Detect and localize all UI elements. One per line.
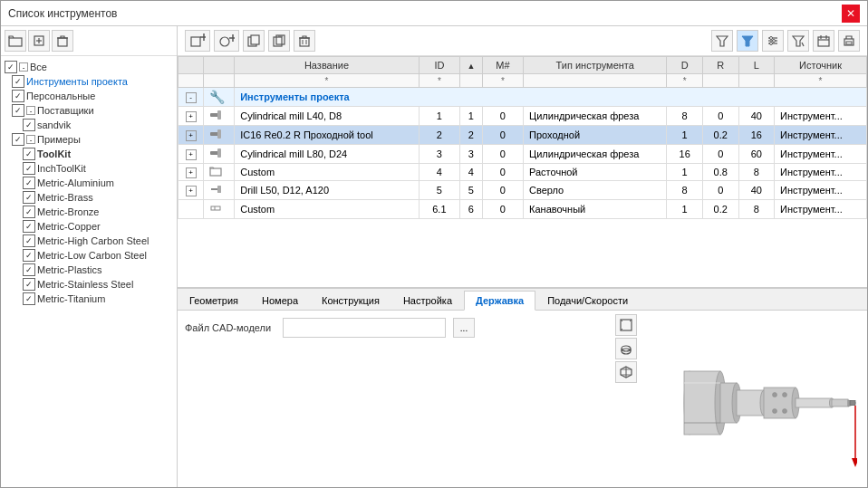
tree-item-examples[interactable]: - Примеры — [5, 132, 173, 147]
view3d-btn1[interactable] — [615, 314, 637, 336]
tree-item-suppliers[interactable]: - Поставщики — [5, 103, 173, 118]
view3d-btn3[interactable] — [615, 361, 637, 383]
group-header-row[interactable]: - 🔧 Инструменты проекта — [178, 88, 867, 107]
col-mnum[interactable]: M# — [482, 57, 523, 74]
checkbox-personal[interactable] — [12, 90, 24, 102]
tree-item-personal[interactable]: Персональные — [5, 89, 173, 103]
checkbox-project-tools[interactable] — [12, 75, 24, 88]
table-row[interactable]: + Drill L50, D12, A120 5 5 0 Сверло 8 0 … — [178, 181, 867, 200]
col-r[interactable]: R — [702, 57, 738, 74]
filter2-button[interactable] — [737, 30, 758, 52]
row3-expand[interactable]: + — [178, 145, 204, 164]
delete-tool-button[interactable] — [294, 30, 315, 52]
filter-mnum-input[interactable] — [487, 76, 519, 86]
checkbox-metric-low-carbon[interactable] — [23, 249, 35, 262]
checkbox-metric-stainless[interactable] — [23, 278, 35, 291]
tree-item-sandvik[interactable]: sandvik — [5, 118, 173, 132]
expand-examples[interactable]: - — [26, 135, 35, 144]
col-name[interactable]: Название — [235, 57, 420, 74]
expand-suppliers[interactable]: - — [26, 106, 35, 115]
export-button[interactable] — [813, 30, 834, 52]
table-row[interactable]: Custom 6.1 6 0 Канавочный 1 0.2 8 Инстру… — [178, 200, 867, 219]
row5-expand-btn[interactable]: + — [186, 186, 197, 196]
row2-expand-btn[interactable]: + — [186, 130, 197, 141]
col-id[interactable]: ID — [419, 57, 459, 74]
row1-expand-btn[interactable]: + — [186, 111, 197, 122]
tree-item-metric-brass[interactable]: Metric-Brass — [5, 190, 173, 205]
row2-expand[interactable]: + — [178, 126, 204, 145]
filter3-button[interactable] — [787, 30, 809, 52]
print-button[interactable] — [838, 30, 860, 52]
filter-d-input[interactable] — [670, 76, 699, 86]
checkbox-metric-brass[interactable] — [23, 191, 35, 204]
filter-d[interactable] — [667, 74, 703, 88]
table-row-selected[interactable]: + IC16 Re0.2 R Проходной tool 2 2 0 Прох… — [178, 126, 867, 145]
folder-open-button[interactable] — [5, 30, 26, 52]
filter-name[interactable] — [235, 74, 420, 88]
view3d-btn2[interactable] — [615, 338, 637, 359]
tab-settings[interactable]: Настройка — [391, 291, 464, 310]
filter-source[interactable] — [775, 74, 867, 88]
row3-expand-btn[interactable]: + — [186, 149, 197, 160]
table-row[interactable]: + Cylindrical mill L80, D24 3 3 0 Цилинд… — [178, 145, 867, 164]
col-l[interactable]: L — [738, 57, 775, 74]
col-sort[interactable]: ▲ — [460, 57, 483, 74]
add-holder-button[interactable] — [214, 30, 239, 52]
expand-all[interactable]: - — [19, 62, 28, 72]
close-button[interactable]: ✕ — [842, 5, 860, 23]
checkbox-toolkit[interactable] — [23, 148, 35, 160]
row5-expand[interactable]: + — [178, 181, 204, 200]
tab-numbers[interactable]: Номера — [250, 291, 310, 310]
cad-model-input[interactable] — [283, 318, 446, 338]
tree-item-metric-copper[interactable]: Metric-Copper — [5, 219, 173, 234]
table-row[interactable]: + Custom 4 4 0 Расточной 1 0.8 8 — [178, 164, 867, 181]
tree-item-metric-aluminium[interactable]: Metric-Aluminium — [5, 176, 173, 190]
checkbox-inchtoolkit[interactable] — [23, 162, 35, 175]
tab-holder[interactable]: Державка — [464, 291, 535, 311]
row1-expand[interactable]: + — [178, 107, 204, 126]
col-d[interactable]: D — [667, 57, 703, 74]
tab-feeds[interactable]: Подачи/Скорости — [535, 291, 640, 310]
paste-button[interactable] — [268, 30, 290, 52]
filter-mnum[interactable] — [482, 74, 523, 88]
filter-id[interactable] — [419, 74, 459, 88]
add-tool-button[interactable] — [185, 30, 210, 52]
filter1-button[interactable] — [711, 30, 733, 52]
filter-source-input[interactable] — [778, 76, 863, 86]
group-expand-button[interactable]: - — [186, 92, 197, 103]
group-expand-cell[interactable]: - — [178, 88, 204, 107]
tree-item-metric-plastics[interactable]: Metric-Plastics — [5, 263, 173, 277]
checkbox-metric-aluminium[interactable] — [23, 177, 35, 189]
tree-item-metric-stainless[interactable]: Metric-Stainless Steel — [5, 277, 173, 292]
tree-item-inchtoolkit[interactable]: InchToolKit — [5, 161, 173, 176]
row4-expand[interactable]: + — [178, 164, 204, 181]
filter-id-input[interactable] — [423, 76, 456, 86]
browse-button[interactable]: ... — [453, 318, 475, 338]
settings-button[interactable] — [762, 30, 784, 52]
col-type[interactable]: Тип инструмента — [524, 57, 667, 74]
checkbox-metric-plastics[interactable] — [23, 263, 35, 276]
checkbox-metric-bronze[interactable] — [23, 206, 35, 218]
tree-item-metric-titanium[interactable]: Metric-Titanium — [5, 292, 173, 306]
checkbox-metric-high-carbon[interactable] — [23, 234, 35, 247]
tree-item-all[interactable]: - Все — [5, 60, 173, 74]
checkbox-all[interactable] — [5, 61, 17, 73]
col-source[interactable]: Источник — [775, 57, 867, 74]
tree-item-project-tools[interactable]: Инструменты проекта — [5, 74, 173, 89]
checkbox-metric-titanium[interactable] — [23, 292, 35, 305]
filter-name-input[interactable] — [238, 76, 415, 86]
checkbox-metric-copper[interactable] — [23, 220, 35, 233]
tree-item-metric-low-carbon[interactable]: Metric-Low Carbon Steel — [5, 248, 173, 263]
tree-item-metric-bronze[interactable]: Metric-Bronze — [5, 205, 173, 219]
tab-geometry[interactable]: Геометрия — [178, 291, 250, 310]
table-row[interactable]: + Cylindrical mill L40, D8 1 1 0 Цилиндр… — [178, 107, 867, 126]
tab-construction[interactable]: Конструкция — [310, 291, 391, 310]
tree-item-toolkit[interactable]: ToolKit — [5, 147, 173, 161]
copy-button[interactable] — [243, 30, 265, 52]
checkbox-examples[interactable] — [12, 133, 24, 146]
delete-item-button[interactable] — [52, 30, 73, 52]
checkbox-suppliers[interactable] — [12, 104, 24, 117]
row4-expand-btn[interactable]: + — [186, 167, 197, 178]
add-item-button[interactable] — [28, 30, 50, 52]
checkbox-sandvik[interactable] — [23, 119, 35, 131]
